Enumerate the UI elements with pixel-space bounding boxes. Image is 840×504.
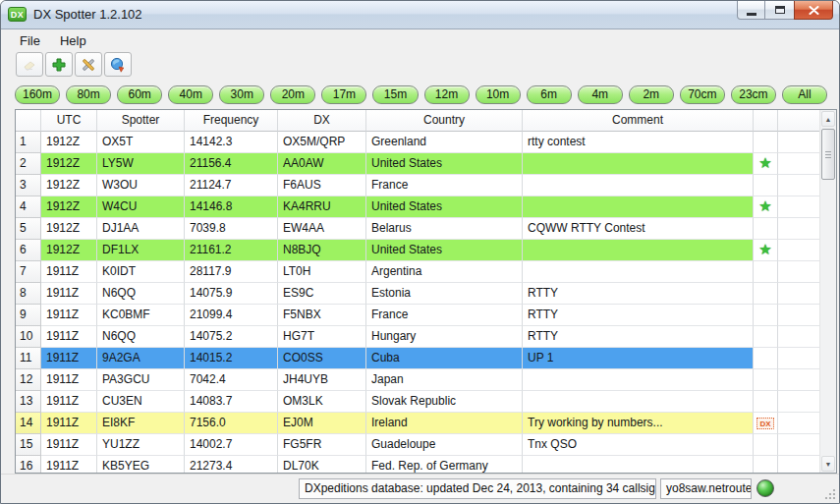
header-dx[interactable]: DX	[278, 110, 366, 132]
table-row[interactable]: 11912ZOX5T14142.3OX5M/QRPGreenlandrtty c…	[16, 132, 836, 153]
cell-spotter: W4CU	[97, 196, 185, 218]
cell-frequency: 28117.9	[185, 261, 278, 283]
table-row[interactable]: 61912ZDF1LX21161.2N8BJQUnited States★	[16, 240, 836, 261]
band-button-30m[interactable]: 30m	[219, 85, 264, 104]
header-comment[interactable]: Comment	[523, 110, 754, 132]
cell-comment: RTTY	[523, 326, 754, 348]
band-button-60m[interactable]: 60m	[117, 85, 162, 104]
close-button[interactable]	[794, 1, 833, 20]
cell-utc: 1912Z	[41, 153, 97, 175]
cell-spotter: OX5T	[97, 132, 185, 153]
add-spot-button[interactable]	[45, 52, 73, 77]
cell-comment	[523, 369, 754, 391]
cell-row-number: 6	[16, 240, 41, 261]
band-button-23cm[interactable]: 23cm	[731, 85, 776, 104]
cell-frequency: 14002.7	[185, 434, 278, 456]
cell-flag	[754, 391, 778, 413]
minimize-icon	[747, 13, 756, 16]
cell-country: Cuba	[366, 348, 523, 369]
band-button-all[interactable]: All	[782, 85, 827, 104]
resize-grip[interactable]	[824, 488, 836, 500]
cell-frequency: 14083.7	[185, 391, 278, 413]
band-button-10m[interactable]: 10m	[476, 85, 521, 104]
app-icon: DX	[8, 7, 27, 22]
cell-frequency: 21099.4	[185, 305, 278, 326]
table-row[interactable]: 21912ZLY5W21156.4AA0AWUnited States★	[16, 153, 836, 175]
menu-help[interactable]: Help	[52, 31, 94, 50]
cell-dx: F5NBX	[278, 305, 366, 326]
scroll-up-button[interactable]: ▲	[821, 111, 835, 127]
cell-frequency: 14142.3	[185, 132, 278, 153]
minimize-button[interactable]	[737, 1, 765, 20]
cell-country: Japan	[366, 369, 523, 391]
clear-spots-button[interactable]	[16, 52, 43, 77]
favorite-star-icon: ★	[758, 240, 771, 259]
band-button-40m[interactable]: 40m	[168, 85, 213, 104]
table-row[interactable]: 91911ZKC0BMF21099.4F5NBXFranceRTTY	[16, 305, 836, 326]
band-button-2m[interactable]: 2m	[629, 85, 674, 104]
toolbar	[16, 52, 132, 77]
table-row[interactable]: 151911ZYU1ZZ14002.7FG5FRGuadeloupeTnx QS…	[16, 434, 836, 456]
cell-flag	[754, 305, 778, 326]
table-row[interactable]: 161911ZKB5YEG21273.4DL70KFed. Rep. of Ge…	[16, 456, 836, 474]
map-button[interactable]	[104, 52, 132, 77]
table-row[interactable]: 131911ZCU3EN14083.7OM3LKSlovak Republic	[16, 391, 836, 413]
cell-flag: ★	[754, 240, 778, 261]
band-button-17m[interactable]: 17m	[321, 85, 366, 104]
window-title: DX Spotter 1.2.102	[33, 7, 142, 22]
cell-frequency: 21273.4	[185, 456, 278, 474]
cell-comment: UP 1	[523, 348, 754, 369]
scroll-down-button[interactable]: ▼	[821, 456, 835, 472]
table-header: UTC Spotter Frequency DX Country Comment	[16, 110, 836, 132]
header-frequency[interactable]: Frequency	[185, 110, 278, 132]
cell-dx: KA4RRU	[278, 196, 366, 218]
cell-comment	[523, 240, 754, 261]
menu-file[interactable]: File	[12, 31, 48, 50]
header-flag[interactable]	[754, 110, 778, 132]
table-row[interactable]: 141911ZEI8KF7156.0EJ0MIrelandTry working…	[16, 413, 836, 434]
table-row[interactable]: 71911ZK0IDT28117.9LT0HArgentina	[16, 261, 836, 283]
maximize-button[interactable]	[765, 1, 794, 20]
header-country[interactable]: Country	[366, 110, 523, 132]
band-button-12m[interactable]: 12m	[424, 85, 470, 104]
scrollbar-thumb[interactable]	[821, 129, 835, 180]
table-row[interactable]: 101911ZN6QQ14075.2HG7THungaryRTTY	[16, 326, 836, 348]
header-row-number[interactable]	[16, 110, 41, 132]
cell-country: Hungary	[366, 326, 523, 348]
table-row[interactable]: 81911ZN6QQ14075.9ES9CEstoniaRTTY	[16, 283, 836, 305]
header-utc[interactable]: UTC	[41, 110, 97, 132]
cell-country: France	[366, 305, 523, 326]
cell-flag	[754, 261, 778, 283]
band-button-6m[interactable]: 6m	[527, 85, 572, 104]
cell-utc: 1912Z	[41, 175, 97, 196]
settings-button[interactable]	[75, 52, 102, 77]
band-bar: 160m80m60m40m30m20m17m15m12m10m6m4m2m70c…	[15, 85, 827, 104]
plus-icon	[51, 57, 67, 73]
cell-spotter: KB5YEG	[97, 456, 185, 474]
band-button-15m[interactable]: 15m	[372, 85, 418, 104]
band-button-4m[interactable]: 4m	[578, 85, 623, 104]
cell-comment: CQWW RTTY Contest	[523, 218, 754, 240]
table-row[interactable]: 51912ZDJ1AA7039.8EW4AABelarusCQWW RTTY C…	[16, 218, 836, 240]
band-button-80m[interactable]: 80m	[66, 85, 111, 104]
band-button-20m[interactable]: 20m	[270, 85, 315, 104]
table-row[interactable]: 31912ZW3OU21124.7F6AUSFrance	[16, 175, 836, 196]
cell-frequency: 14075.2	[185, 326, 278, 348]
cell-row-number: 2	[16, 153, 41, 175]
table-row[interactable]: 41912ZW4CU14146.8KA4RRUUnited States★	[16, 196, 836, 218]
cell-flag	[754, 326, 778, 348]
cell-country: United States	[366, 196, 523, 218]
cell-dx: LT0H	[278, 261, 366, 283]
cell-flag	[754, 369, 778, 391]
cell-utc: 1912Z	[41, 196, 97, 218]
table-row[interactable]: 121911ZPA3GCU7042.4JH4UYBJapan	[16, 369, 836, 391]
down-arrow-icon: ▼	[825, 461, 832, 468]
title-bar[interactable]: DX DX Spotter 1.2.102	[1, 1, 839, 29]
vertical-scrollbar[interactable]: ▲ ▼	[819, 110, 836, 473]
band-button-160m[interactable]: 160m	[15, 85, 60, 104]
table-row[interactable]: 111911Z9A2GA14015.2CO0SSCubaUP 1	[16, 348, 836, 369]
header-spotter[interactable]: Spotter	[97, 110, 185, 132]
band-button-70cm[interactable]: 70cm	[680, 85, 725, 104]
cell-dx: F6AUS	[278, 175, 366, 196]
cell-country: Fed. Rep. of Germany	[366, 456, 523, 474]
